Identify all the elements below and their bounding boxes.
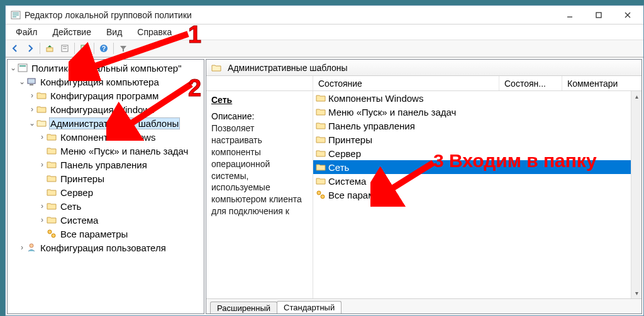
tree-user-config[interactable]: › Конфигурация пользователя [8,241,204,254]
col-state2[interactable]: Состоян... [499,76,562,90]
user-icon [26,242,36,253]
forward-button[interactable] [23,41,37,55]
col-state[interactable]: Состояние [313,76,499,90]
col-comment[interactable]: Комментари [562,76,641,90]
tree-start-menu[interactable]: Меню «Пуск» и панель задач [8,144,204,158]
list-column: ▴ ▾ Компоненты Windows Меню «Пуск» и пан… [313,91,641,298]
detail-pane: Административные шаблоны Состояние Состо… [206,59,642,314]
chevron-right-icon[interactable]: › [38,202,47,210]
tab-extended[interactable]: Расширенный [210,302,277,314]
list-label: Все параметры [328,190,396,200]
minimize-button[interactable] [555,6,584,24]
refresh-button[interactable] [77,41,91,55]
tree-label: Меню «Пуск» и панель задач [59,146,189,156]
folder-icon [47,201,57,211]
help-button[interactable]: ? [97,41,111,55]
tree-label: Конфигурация пользователя [39,242,167,253]
scrollbar[interactable]: ▴ ▾ [631,91,641,298]
svg-rect-8 [47,48,53,52]
tree-software-config[interactable]: › Конфигурация программ [8,89,204,102]
svg-rect-18 [30,84,33,85]
toolbar-separator [113,43,114,54]
filter-button[interactable] [116,41,130,55]
folder-icon [316,176,326,186]
main-body: ⌄ Политика "Локальный компьютер" ⌄ Конфи… [6,57,643,315]
tree-admin-templates[interactable]: ⌄ Административные шаблоны [8,116,204,130]
tree-all-settings[interactable]: Все параметры [8,227,204,241]
menubar: Файл Действие Вид Справка [6,25,643,40]
tab-standard[interactable]: Стандартный [277,301,341,313]
close-button[interactable] [613,6,642,24]
list-label: Меню «Пуск» и панель задач [328,107,456,117]
toolbar: ? [6,40,643,57]
tree-windows-config[interactable]: › Конфигурация Windows [8,102,204,116]
folder-icon [316,148,326,158]
svg-point-21 [30,244,33,248]
list-item[interactable]: Принтеры [313,133,641,146]
tree-printers[interactable]: Принтеры [8,172,204,185]
menu-view[interactable]: Вид [100,26,128,38]
tree-pane[interactable]: ⌄ Политика "Локальный компьютер" ⌄ Конфи… [7,59,204,314]
window-title: Редактор локальной групповой политики [25,10,555,20]
chevron-right-icon[interactable]: › [38,215,47,224]
menu-action[interactable]: Действие [46,26,97,38]
detail-header: Административные шаблоны [206,60,641,76]
tree-label: Сеть [59,201,82,212]
list-label: Сеть [328,162,349,173]
chevron-right-icon[interactable]: › [28,105,36,114]
list-body[interactable]: ▴ ▾ Компоненты Windows Меню «Пуск» и пан… [313,91,641,298]
chevron-down-icon[interactable]: ⌄ [28,119,36,128]
svg-rect-2 [13,14,19,16]
tree-windows-components[interactable]: › Компоненты Windows [8,130,204,144]
properties-button[interactable] [58,41,72,55]
menu-help[interactable]: Справка [131,26,178,38]
menu-file[interactable]: Файл [9,26,43,38]
list-item[interactable]: Компоненты Windows [313,91,641,105]
list-item[interactable]: Все параметры [313,188,641,202]
chevron-down-icon[interactable]: ⌄ [18,77,26,86]
list-item-selected[interactable]: Сеть [313,160,641,174]
tree-label: Принтеры [59,173,106,184]
tree-root[interactable]: ⌄ Политика "Локальный компьютер" [8,61,204,75]
folder-icon [47,187,57,197]
tree-server[interactable]: Сервер [8,185,204,199]
tree-computer-config[interactable]: ⌄ Конфигурация компьютера [8,75,204,89]
back-button[interactable] [8,41,22,55]
folder-icon [47,160,57,170]
list-item[interactable]: Система [313,174,641,188]
svg-point-19 [48,230,52,234]
list-item[interactable]: Панель управления [313,119,641,133]
svg-rect-15 [18,64,27,72]
up-button[interactable] [43,41,57,55]
description-label: Описание: [211,111,308,121]
list-label: Компоненты Windows [328,93,423,104]
chevron-down-icon[interactable]: ⌄ [9,63,18,72]
tree-network[interactable]: › Сеть [8,199,204,213]
folder-icon [36,90,47,101]
folder-icon [316,134,326,144]
toolbar-separator [40,43,40,54]
tree-system[interactable]: › Система [8,213,204,227]
list-item[interactable]: Меню «Пуск» и панель задач [313,105,641,119]
tree-label: Система [59,215,99,226]
settings-icon [316,190,326,200]
chevron-right-icon[interactable]: › [38,160,47,169]
detail-tabs: Расширенный Стандартный [206,298,641,313]
app-icon [11,10,21,20]
folder-icon [316,162,326,172]
tree-control-panel[interactable]: › Панель управления [8,158,204,172]
chevron-right-icon[interactable]: › [18,243,26,252]
maximize-button[interactable] [584,6,613,24]
scroll-up-icon[interactable]: ▴ [631,91,641,102]
list-item[interactable]: Сервер [313,146,641,160]
svg-point-23 [321,195,325,199]
chevron-right-icon[interactable]: › [28,91,36,100]
scroll-down-icon[interactable]: ▾ [631,288,641,298]
folder-icon [316,107,326,117]
folder-icon [47,146,57,156]
col-section[interactable] [206,76,313,90]
tree-label: Политика "Локальный компьютер" [30,63,182,74]
svg-rect-11 [63,48,67,49]
section-title: Сеть [211,95,308,105]
chevron-right-icon[interactable]: › [38,133,47,141]
